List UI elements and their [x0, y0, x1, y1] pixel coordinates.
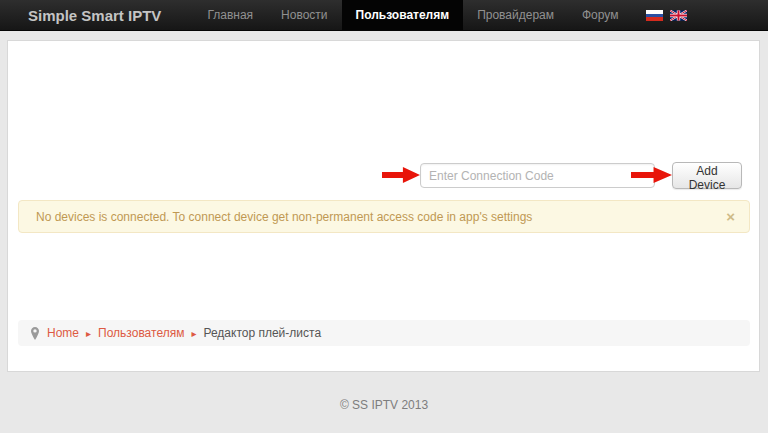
brand-logo[interactable]: Simple Smart IPTV — [0, 0, 171, 30]
top-navbar: Simple Smart IPTV Главная Новости Пользо… — [0, 0, 768, 31]
breadcrumb: Home ▸ Пользователям ▸ Редактор плей-лис… — [18, 320, 750, 346]
nav-item-users[interactable]: Пользователям — [342, 0, 464, 30]
alert-message: No devices is connected. To connect devi… — [36, 210, 726, 224]
breadcrumb-home[interactable]: Home — [47, 326, 79, 340]
russian-flag-icon[interactable] — [646, 10, 663, 21]
nav-item-news[interactable]: Новости — [267, 0, 341, 30]
breadcrumb-users[interactable]: Пользователям — [98, 326, 184, 340]
breadcrumb-current: Редактор плей-листа — [203, 326, 321, 340]
breadcrumb-separator-icon: ▸ — [86, 328, 91, 339]
uk-flag-icon[interactable] — [670, 10, 687, 21]
alert-banner: No devices is connected. To connect devi… — [18, 200, 750, 233]
nav-item-providers[interactable]: Провайдерам — [463, 0, 568, 30]
main-nav: Главная Новости Пользователям Провайдера… — [193, 0, 632, 30]
copyright-text: © SS IPTV 2013 — [340, 398, 428, 412]
footer: © SS IPTV 2013 — [0, 372, 768, 433]
nav-item-home[interactable]: Главная — [193, 0, 267, 30]
close-icon[interactable]: × — [726, 209, 735, 224]
language-switcher — [646, 0, 687, 30]
location-pin-icon — [30, 327, 40, 340]
add-device-button[interactable]: Add Device — [672, 162, 742, 189]
connection-code-input[interactable] — [420, 163, 655, 188]
nav-item-forum[interactable]: Форум — [568, 0, 632, 30]
breadcrumb-separator-icon: ▸ — [191, 328, 196, 339]
